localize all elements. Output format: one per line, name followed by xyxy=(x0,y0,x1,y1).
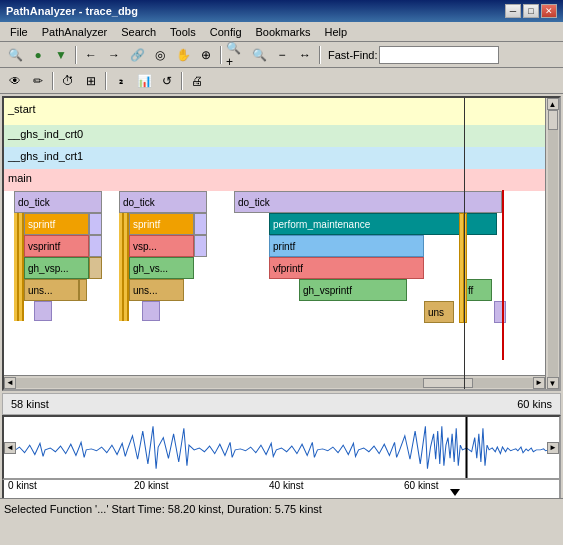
zoom-in-icon[interactable]: 🔍+ xyxy=(225,44,247,66)
lane-ghs0-label: __ghs_ind_crt0 xyxy=(8,128,83,140)
small-block-4 xyxy=(194,235,207,257)
scroll-thumb[interactable] xyxy=(548,110,558,130)
small-block-2 xyxy=(194,213,207,235)
num2-icon[interactable]: ₂ xyxy=(110,70,132,92)
hatch-4a xyxy=(119,235,129,257)
hatch-bot-2 xyxy=(119,301,129,321)
lane-ghs1-label: __ghs_ind_crt1 xyxy=(8,150,83,162)
hatch-6a xyxy=(119,257,129,279)
red-vline xyxy=(502,190,504,360)
dotick-2[interactable]: do_tick xyxy=(119,191,207,213)
kinst-40: 40 kinst xyxy=(269,480,303,491)
kinst-0: 0 kinst xyxy=(8,480,37,491)
sep3 xyxy=(319,46,321,64)
zoom-out-alt-icon[interactable]: 🔍 xyxy=(248,44,270,66)
dotick-1[interactable]: do_tick xyxy=(14,191,102,213)
go-back-icon[interactable]: ● xyxy=(27,44,49,66)
main-graph-area: _start __ghs_ind_crt0 __ghs_ind_crt1 mai… xyxy=(2,96,561,391)
vsprintf-1[interactable]: vsprintf xyxy=(24,235,89,257)
sprintf-1[interactable]: sprintf xyxy=(24,213,89,235)
nav-back-icon[interactable]: ← xyxy=(80,44,102,66)
hatch-1a xyxy=(14,213,24,235)
fast-find-input[interactable] xyxy=(379,46,499,64)
search-icon[interactable]: 🔍 xyxy=(4,44,26,66)
magnify-icon[interactable]: ⊕ xyxy=(195,44,217,66)
ghvsp-2[interactable]: gh_vs... xyxy=(129,257,194,279)
hatch-bot-1 xyxy=(14,301,24,321)
scroll-right-btn[interactable]: ► xyxy=(533,377,545,389)
waveform-right-btn[interactable]: ► xyxy=(547,442,559,454)
lasso-icon[interactable]: ◎ xyxy=(149,44,171,66)
hand-icon[interactable]: ✋ xyxy=(172,44,194,66)
scroll-down-btn[interactable]: ▼ xyxy=(547,377,559,389)
menu-help[interactable]: Help xyxy=(319,24,354,40)
purple-right xyxy=(494,301,506,323)
waveform-left-btn[interactable]: ◄ xyxy=(4,442,16,454)
window-title: PathAnalyzer - trace_dbg xyxy=(6,5,138,17)
sep6 xyxy=(181,72,183,90)
menu-search[interactable]: Search xyxy=(115,24,162,40)
fast-find-label: Fast-Find: xyxy=(328,49,378,61)
fit-icon[interactable]: ↔ xyxy=(294,44,316,66)
sep5 xyxy=(105,72,107,90)
toolbar-2: 👁 ✏ ⏱ ⊞ ₂ 📊 ↺ 🖨 xyxy=(0,68,563,94)
menu-config[interactable]: Config xyxy=(204,24,248,40)
nav-forward-icon[interactable]: → xyxy=(103,44,125,66)
binoculars-icon[interactable]: 👁 xyxy=(4,70,26,92)
scroll-up-btn[interactable]: ▲ xyxy=(547,98,559,110)
hatch-tall-right xyxy=(459,213,467,323)
menu-file[interactable]: File xyxy=(4,24,34,40)
scroll-h-thumb[interactable] xyxy=(423,378,473,388)
lane-start-label: _start xyxy=(8,103,36,115)
print-icon[interactable]: 🖨 xyxy=(186,70,208,92)
kinst-20: 20 kinst xyxy=(134,480,168,491)
uns-deep[interactable]: uns xyxy=(424,301,454,323)
sep1 xyxy=(75,46,77,64)
toolbar-1: 🔍 ● ▼ ← → 🔗 ◎ ✋ ⊕ 🔍+ 🔍 − ↔ Fast-Find: xyxy=(0,42,563,68)
uns-1[interactable]: uns... xyxy=(24,279,79,301)
kinst-bar: 0 kinst 20 kinst 40 kinst 60 kinst xyxy=(2,480,561,498)
timeline-left: 58 kinst xyxy=(11,398,49,410)
menu-tools[interactable]: Tools xyxy=(164,24,202,40)
grid-icon[interactable]: ⊞ xyxy=(80,70,102,92)
hatch-8a xyxy=(119,279,129,301)
timeline-right: 60 kins xyxy=(517,398,552,410)
refresh-icon[interactable]: ↺ xyxy=(156,70,178,92)
pencil-icon[interactable]: ✏ xyxy=(27,70,49,92)
scroll-left-btn[interactable]: ◄ xyxy=(4,377,16,389)
uns-2[interactable]: uns... xyxy=(129,279,184,301)
ghvsp-1[interactable]: gh_vsp... xyxy=(24,257,89,279)
purple-2 xyxy=(142,301,160,321)
kinst-60: 60 kinst xyxy=(404,480,438,491)
maximize-button[interactable]: □ xyxy=(523,4,539,18)
scrollbar-right[interactable]: ▲ ▼ xyxy=(545,98,559,389)
status-text: Selected Function '...' Start Time: 58.2… xyxy=(4,503,322,515)
sprintf-2[interactable]: sprintf xyxy=(129,213,194,235)
vline-main xyxy=(464,98,465,389)
zoom-minus-icon[interactable]: − xyxy=(271,44,293,66)
scroll-h-track xyxy=(16,378,533,388)
link-icon[interactable]: 🔗 xyxy=(126,44,148,66)
uns-1-end xyxy=(79,279,87,301)
gh-vsprintf-deep[interactable]: gh_vsprintf xyxy=(299,279,407,301)
small-block-5 xyxy=(89,257,102,279)
scroll-track xyxy=(548,110,558,377)
small-block-1 xyxy=(89,213,102,235)
waveform-svg xyxy=(4,417,559,478)
hatch-3a xyxy=(14,235,24,257)
menu-pathanalyzer[interactable]: PathAnalyzer xyxy=(36,24,113,40)
go-down-icon[interactable]: ▼ xyxy=(50,44,72,66)
vfprintf-block[interactable]: vfprintf xyxy=(269,257,424,279)
ff-block[interactable]: ff xyxy=(464,279,492,301)
hatch-5a xyxy=(14,257,24,279)
graph-icon[interactable]: 📊 xyxy=(133,70,155,92)
close-button[interactable]: ✕ xyxy=(541,4,557,18)
minimize-button[interactable]: ─ xyxy=(505,4,521,18)
sep4 xyxy=(52,72,54,90)
dotick-3[interactable]: do_tick xyxy=(234,191,502,213)
vsprintf-2[interactable]: vsp... xyxy=(129,235,194,257)
menu-bookmarks[interactable]: Bookmarks xyxy=(250,24,317,40)
clock-icon[interactable]: ⏱ xyxy=(57,70,79,92)
printf-block[interactable]: printf xyxy=(269,235,424,257)
kinst-marker xyxy=(450,489,460,496)
